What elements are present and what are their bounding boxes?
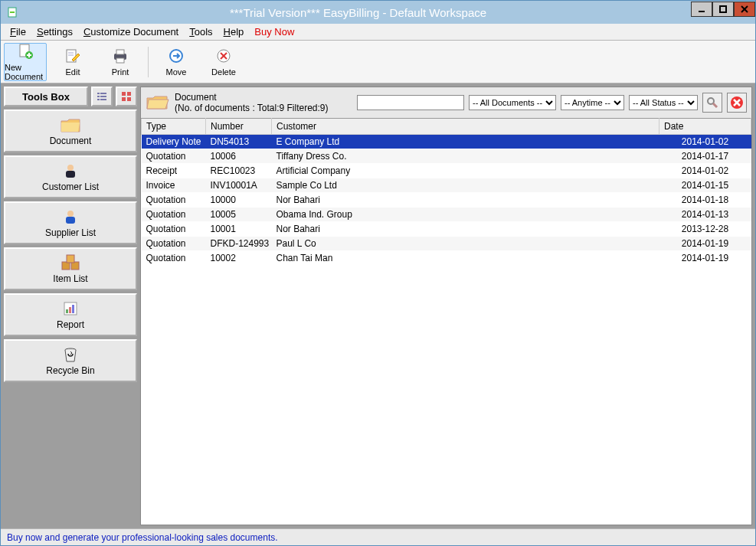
- svg-rect-1: [10, 11, 15, 13]
- tools-box-button[interactable]: Tools Box: [4, 87, 88, 106]
- title-bar[interactable]: ***Trial Version*** EasyBilling - Defaul…: [1, 1, 755, 24]
- svg-rect-36: [67, 255, 74, 263]
- cell-type: Quotation: [142, 193, 206, 208]
- col-type[interactable]: Type: [142, 119, 206, 135]
- svg-rect-23: [100, 96, 106, 97]
- sidebar-supplier-label: Supplier List: [45, 227, 96, 238]
- cell-customer: E Company Ltd: [272, 135, 659, 149]
- sidebar-supplier-list[interactable]: Supplier List: [4, 201, 137, 244]
- table-row[interactable]: Delivery NoteDN54013E Company Ltd2014-01…: [142, 135, 751, 149]
- cell-customer: Paul L Co: [272, 237, 659, 251]
- cell-number: 10006: [206, 149, 272, 164]
- delete-button[interactable]: Delete: [202, 43, 245, 81]
- folder-icon: [60, 116, 81, 136]
- new-document-button[interactable]: New Document: [4, 43, 47, 81]
- delete-label: Delete: [211, 67, 236, 77]
- cell-date: 2013-12-28: [659, 222, 751, 237]
- cell-number: 10001: [206, 222, 272, 237]
- cell-type: Quotation: [142, 237, 206, 251]
- cell-type: Quotation: [142, 149, 206, 164]
- table-row[interactable]: Quotation10005Obama Ind. Group2014-01-13: [142, 208, 751, 222]
- cell-date: 2014-01-13: [659, 208, 751, 222]
- search-button[interactable]: [702, 93, 722, 113]
- document-table: Type Number Customer Date Delivery NoteD…: [141, 118, 751, 266]
- doc-heading: Document: [175, 92, 329, 103]
- col-date[interactable]: Date: [659, 119, 751, 135]
- minimize-button[interactable]: [691, 2, 712, 17]
- filter-status-select[interactable]: -- All Status --: [629, 95, 698, 110]
- svg-rect-24: [97, 99, 100, 100]
- cell-customer: Obama Ind. Group: [272, 208, 659, 222]
- svg-rect-28: [122, 97, 126, 101]
- menu-buy-now[interactable]: Buy Now: [250, 26, 299, 38]
- cell-date: 2014-01-19: [659, 251, 751, 266]
- sidebar-document[interactable]: Document: [4, 110, 137, 152]
- icon-view-button[interactable]: [116, 87, 137, 106]
- search-input[interactable]: [357, 95, 464, 110]
- printer-icon: [112, 47, 129, 66]
- sidebar-recycle-bin[interactable]: Recycle Bin: [4, 339, 137, 382]
- menu-customize[interactable]: Customize Document: [79, 26, 183, 38]
- cell-type: Delivery Note: [142, 135, 206, 149]
- content-panel: Document (No. of documents : Total:9 Fil…: [140, 87, 752, 525]
- filter-documents-select[interactable]: -- All Documents --: [469, 95, 556, 110]
- close-button[interactable]: [734, 2, 755, 17]
- svg-rect-22: [97, 96, 100, 97]
- pencil-paper-icon: [64, 47, 81, 66]
- table-row[interactable]: QuotationDFKD-124993Paul L Co2014-01-19: [142, 237, 751, 251]
- svg-point-42: [708, 98, 714, 104]
- cell-date: 2014-01-02: [659, 135, 751, 149]
- clear-filter-button[interactable]: [727, 93, 747, 113]
- table-row[interactable]: Quotation10002Chan Tai Man2014-01-19: [142, 251, 751, 266]
- menu-help[interactable]: Help: [219, 26, 249, 38]
- svg-rect-40: [72, 305, 74, 313]
- print-button[interactable]: Print: [99, 43, 142, 81]
- document-table-wrap[interactable]: Type Number Customer Date Delivery NoteD…: [141, 118, 751, 525]
- svg-rect-39: [69, 307, 71, 313]
- sidebar-customer-list[interactable]: Customer List: [4, 155, 137, 198]
- cell-date: 2014-01-17: [659, 149, 751, 164]
- svg-rect-20: [97, 93, 100, 94]
- svg-line-43: [713, 103, 717, 107]
- svg-rect-26: [122, 92, 126, 96]
- col-customer[interactable]: Customer: [272, 119, 659, 135]
- table-row[interactable]: InvoiceINV10001ASample Co Ltd2014-01-15: [142, 178, 751, 193]
- status-text[interactable]: Buy now and generate your professional-l…: [7, 532, 278, 543]
- list-view-button[interactable]: [91, 87, 113, 106]
- cell-customer: Sample Co Ltd: [272, 178, 659, 193]
- move-label: Move: [166, 67, 187, 77]
- svg-rect-31: [66, 171, 75, 178]
- edit-button[interactable]: Edit: [51, 43, 94, 81]
- svg-point-32: [67, 211, 74, 217]
- move-icon: [168, 47, 185, 66]
- cell-type: Quotation: [142, 208, 206, 222]
- filter-date-select[interactable]: -- Anytime --: [561, 95, 624, 110]
- cell-customer: Nor Bahari: [272, 193, 659, 208]
- move-button[interactable]: Move: [155, 43, 198, 81]
- table-row[interactable]: Quotation10000Nor Bahari2014-01-18: [142, 193, 751, 208]
- table-row[interactable]: Quotation10006Tiffany Dress Co.2014-01-1…: [142, 149, 751, 164]
- svg-rect-14: [116, 50, 124, 54]
- table-row[interactable]: Quotation10001Nor Bahari2013-12-28: [142, 222, 751, 237]
- print-label: Print: [112, 67, 129, 77]
- sidebar-item-list[interactable]: Item List: [4, 247, 137, 290]
- menu-file[interactable]: File: [5, 26, 31, 38]
- cell-number: DN54013: [206, 135, 272, 149]
- cell-customer: Nor Bahari: [272, 222, 659, 237]
- sidebar-item-label: Item List: [53, 273, 87, 284]
- sidebar: Tools Box Document Customer List Supplie…: [1, 83, 140, 528]
- maximize-button[interactable]: [712, 2, 734, 17]
- cell-date: 2014-01-18: [659, 193, 751, 208]
- table-row[interactable]: ReceiptREC10023Artificial Company2014-01…: [142, 164, 751, 178]
- sidebar-report[interactable]: Report: [4, 293, 137, 336]
- menu-tools[interactable]: Tools: [185, 26, 217, 38]
- sidebar-report-label: Report: [57, 319, 84, 330]
- menu-settings[interactable]: Settings: [32, 26, 77, 38]
- cell-number: DFKD-124993: [206, 237, 272, 251]
- cell-customer: Tiffany Dress Co.: [272, 149, 659, 164]
- customer-icon: [62, 162, 79, 181]
- svg-rect-29: [127, 97, 131, 101]
- col-number[interactable]: Number: [206, 119, 272, 135]
- svg-rect-15: [116, 58, 124, 63]
- cell-date: 2014-01-02: [659, 164, 751, 178]
